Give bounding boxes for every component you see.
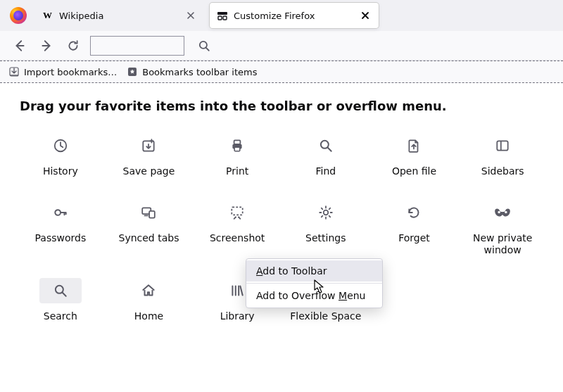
search-icon [39, 278, 82, 303]
wikipedia-icon: W [42, 10, 53, 21]
tab-wikipedia[interactable]: W Wikipedia [35, 3, 204, 28]
svg-line-34 [329, 208, 330, 210]
bookmarks-toolbar-items-label: Bookmarks toolbar items [142, 67, 257, 77]
tile-label: Library [220, 310, 255, 322]
tile-label: New private window [473, 232, 533, 256]
tile-label: Screenshot [210, 232, 265, 244]
ctx-add-to-overflow[interactable]: Add to Overflow Menu [246, 285, 382, 306]
svg-rect-23 [232, 207, 242, 215]
settings-icon [305, 200, 347, 225]
nav-toolbar [0, 31, 563, 61]
url-input[interactable] [90, 36, 184, 56]
close-icon[interactable] [184, 9, 197, 22]
tile-screenshot[interactable]: Screenshot [196, 196, 278, 260]
tile-new-private-window[interactable]: New private window [462, 196, 543, 260]
svg-point-25 [238, 216, 239, 217]
svg-line-16 [328, 148, 331, 151]
svg-rect-14 [234, 147, 240, 151]
svg-line-42 [241, 286, 243, 296]
svg-rect-13 [234, 140, 241, 144]
context-menu: Add to Toolbar Add to Overflow Menu [246, 258, 383, 308]
find-icon [305, 133, 347, 158]
svg-line-31 [322, 208, 323, 210]
svg-point-36 [505, 211, 507, 213]
tile-label: Search [44, 310, 77, 322]
tile-forget[interactable]: Forget [374, 196, 455, 260]
tile-find[interactable]: Find [285, 129, 367, 182]
forward-button[interactable] [35, 34, 58, 57]
ctx-add-to-toolbar[interactable]: Add to Toolbar [246, 260, 382, 282]
svg-rect-21 [150, 211, 156, 218]
svg-point-35 [498, 211, 500, 213]
history-icon [39, 133, 82, 158]
home-icon [127, 278, 170, 303]
tab-customize[interactable]: Customize Firefox [210, 3, 379, 28]
close-icon[interactable] [359, 9, 372, 22]
svg-line-38 [63, 293, 66, 296]
svg-rect-1 [217, 12, 227, 15]
svg-line-7 [206, 47, 209, 50]
svg-point-26 [324, 210, 329, 215]
tile-label: Passwords [34, 232, 86, 244]
tile-label: Flexible Space [290, 310, 361, 322]
tile-label: Home [134, 310, 163, 322]
customize-panel: Drag your favorite items into the toolba… [0, 83, 563, 392]
tile-search[interactable]: Search [20, 274, 101, 327]
screenshot-icon [216, 200, 258, 225]
tile-sidebars[interactable]: Sidebars [462, 129, 543, 182]
tile-passwords[interactable]: Passwords [20, 196, 101, 260]
tile-home[interactable]: Home [108, 274, 190, 327]
tile-settings[interactable]: Settings [285, 196, 367, 260]
bookmarks-toolbar-items[interactable]: Bookmarks toolbar items [127, 66, 257, 77]
open-file-icon [393, 133, 435, 158]
svg-text:W: W [43, 10, 52, 20]
tab-label: Customize Firefox [234, 11, 353, 21]
print-icon [216, 133, 258, 158]
tab-strip: W Wikipedia Customize Firefox [0, 0, 563, 31]
tile-open-file[interactable]: Open file [374, 129, 455, 182]
tile-history[interactable]: History [20, 129, 101, 182]
tile-label: Save page [123, 165, 175, 177]
tile-label: Settings [305, 232, 346, 244]
bookmark-star-icon [127, 66, 138, 77]
svg-line-32 [329, 215, 330, 217]
svg-rect-3 [223, 16, 227, 20]
tile-label: Sidebars [481, 165, 524, 177]
tile-label: Print [226, 165, 248, 177]
sidebars-icon [481, 133, 524, 158]
tile-print[interactable]: Print [196, 129, 278, 182]
tile-label: History [43, 165, 78, 177]
forget-icon [393, 200, 435, 225]
tile-label: Find [315, 165, 336, 177]
menu-separator [246, 283, 382, 284]
svg-point-19 [55, 210, 61, 215]
svg-line-33 [322, 215, 323, 217]
tile-label: Forget [398, 232, 430, 244]
firefox-logo-icon [10, 7, 27, 24]
import-bookmarks-label: Import bookmarks… [24, 67, 117, 77]
page-title: Drag your favorite items into the toolba… [20, 99, 543, 113]
tile-label: Synced tabs [119, 232, 179, 244]
tile-save-page[interactable]: Save page [108, 129, 190, 182]
save-page-icon [127, 133, 170, 158]
bookmarks-toolbar: Import bookmarks… Bookmarks toolbar item… [0, 61, 563, 83]
tab-label: Wikipedia [59, 11, 179, 21]
passwords-icon [39, 200, 82, 225]
tile-label: Open file [392, 165, 436, 177]
search-button[interactable] [193, 34, 215, 57]
svg-point-24 [235, 216, 236, 217]
svg-rect-2 [218, 16, 222, 20]
private-window-icon [481, 200, 524, 225]
svg-rect-17 [497, 141, 507, 150]
synced-tabs-icon [127, 200, 170, 225]
app-button[interactable] [4, 7, 32, 24]
customize-icon [217, 10, 228, 21]
import-bookmarks-button[interactable]: Import bookmarks… [8, 66, 117, 77]
import-icon [8, 66, 20, 77]
back-button[interactable] [8, 34, 31, 57]
tile-synced-tabs[interactable]: Synced tabs [108, 196, 190, 260]
reload-button[interactable] [62, 34, 84, 57]
